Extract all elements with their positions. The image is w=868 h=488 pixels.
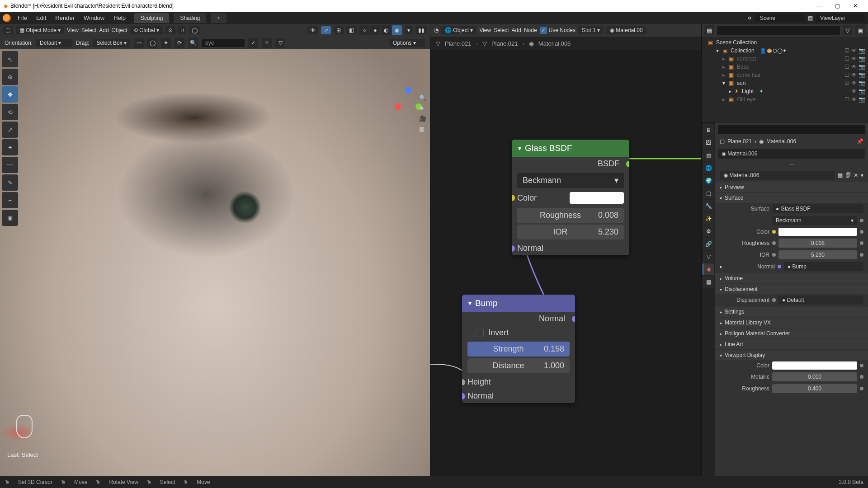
menu-help[interactable]: Help bbox=[109, 13, 130, 23]
tab-material-icon[interactable]: ◉ bbox=[703, 263, 714, 275]
workspace-tab-shading[interactable]: Shading bbox=[174, 13, 206, 23]
tab-render-icon[interactable]: 🖥 bbox=[703, 124, 714, 136]
viewport-menu-select[interactable]: Select bbox=[81, 27, 96, 33]
eye-icon[interactable]: 👁 bbox=[851, 47, 857, 54]
tool-scale[interactable]: ⤢ bbox=[2, 122, 18, 138]
navigation-gizmo[interactable] bbox=[395, 87, 422, 114]
outliner-item[interactable]: ▾▣Collection👤🐵⬡◯✦☑👁📷 bbox=[702, 47, 868, 55]
socket-strength[interactable]: Strength0.158 bbox=[467, 342, 570, 357]
tab-modifier-icon[interactable]: 🔧 bbox=[703, 200, 714, 212]
orientation-dropdown[interactable]: ⟲Global ▾ bbox=[130, 26, 163, 34]
outliner-root[interactable]: ▣Scene Collection bbox=[702, 38, 868, 47]
menu-window[interactable]: Window bbox=[80, 13, 108, 23]
viewport-menu-object[interactable]: Object bbox=[112, 27, 127, 33]
node-editor-type-icon[interactable]: ◔ bbox=[434, 27, 439, 33]
displacement-dropdown[interactable]: ● Default bbox=[778, 296, 863, 305]
tool-cursor[interactable]: ↖ bbox=[2, 51, 18, 67]
scene-field[interactable]: Scene bbox=[755, 14, 805, 22]
node-canvas[interactable]: ▾Glass BSDF BSDF Beckmann▾ Color Roughne… bbox=[430, 50, 701, 476]
tool-extra[interactable]: ▣ bbox=[2, 210, 18, 226]
node-object-dropdown[interactable]: 🌐 Object ▾ bbox=[441, 26, 476, 34]
tab-particles-icon[interactable]: ✨ bbox=[703, 213, 714, 225]
tool-measure[interactable]: ✎ bbox=[2, 174, 18, 191]
panel-lineart[interactable]: ▸Line Art bbox=[715, 339, 868, 349]
node-glass-bsdf[interactable]: ▾Glass BSDF BSDF Beckmann▾ Color Roughne… bbox=[512, 140, 629, 255]
distribution-dropdown[interactable]: Beckmann▾ bbox=[517, 173, 624, 188]
select-mode-4-icon[interactable]: ⟳ bbox=[175, 38, 184, 48]
properties-search-input[interactable] bbox=[718, 125, 865, 134]
material-slot-list[interactable]: ◉ Material.006 bbox=[718, 149, 865, 159]
filter-funnel-icon[interactable]: ▽ bbox=[275, 38, 285, 48]
node-menu-select[interactable]: Select bbox=[494, 27, 509, 33]
orientation-value-dropdown[interactable]: Default ▾ bbox=[36, 39, 72, 47]
outliner-search-input[interactable] bbox=[717, 26, 840, 35]
panel-volume[interactable]: ▸Volume bbox=[715, 273, 868, 283]
panel-displacement[interactable]: ▾Displacement bbox=[715, 284, 868, 294]
node-bump-header[interactable]: ▾Bump bbox=[462, 295, 575, 312]
tab-viewlayer-icon[interactable]: ▦ bbox=[703, 150, 714, 161]
outliner-item[interactable]: ▸▣curve hair☐👁📷 bbox=[702, 71, 868, 79]
tool-transform[interactable]: ✦ bbox=[2, 139, 18, 155]
options-dropdown[interactable]: Options ▾ bbox=[389, 39, 425, 47]
node-menu-view[interactable]: View bbox=[479, 27, 491, 33]
viewlayer-field[interactable]: ViewLayer bbox=[816, 14, 865, 22]
node-toggle-icon[interactable]: ▦ bbox=[838, 172, 843, 178]
outliner-new-collection-icon[interactable]: ▣ bbox=[855, 25, 865, 35]
node-bump[interactable]: ▾Bump Normal Invert Strength0.158 Distan… bbox=[462, 295, 575, 403]
last-operator-label[interactable]: Last: Select bbox=[7, 451, 38, 458]
workspace-tab-sculpting[interactable]: Sculpting bbox=[134, 13, 169, 23]
unlink-icon[interactable]: ✕ bbox=[854, 172, 858, 178]
editor-type-icon[interactable]: ⬚ bbox=[3, 26, 13, 34]
mode-dropdown[interactable]: ▦Object Mode ▾ bbox=[16, 26, 64, 34]
select-mode-3-icon[interactable]: ✦ bbox=[161, 38, 171, 48]
slot-drag-handle[interactable]: ⸺ bbox=[715, 161, 868, 168]
material-browse-dropdown[interactable]: ◉ Material.006 bbox=[720, 171, 835, 180]
tool-select[interactable]: ⊕ bbox=[2, 69, 18, 85]
panel-poliigon[interactable]: ▸Poliigon Material Converter bbox=[715, 328, 868, 338]
surface-shader-dropdown[interactable]: ● Glass BSDF bbox=[772, 204, 863, 213]
viewport-menu-view[interactable]: View bbox=[67, 27, 79, 33]
node-material-field[interactable]: ◉ Material.00 bbox=[606, 26, 646, 34]
outliner-display-icon[interactable]: ▤ bbox=[704, 25, 714, 35]
menu-edit[interactable]: Edit bbox=[32, 13, 50, 23]
breadcrumb-data[interactable]: Plane.021 bbox=[491, 40, 518, 47]
node-menu-node[interactable]: Node bbox=[524, 27, 537, 33]
outliner-item[interactable]: ▸▣concept☐👁📷 bbox=[702, 55, 868, 63]
socket-normal-in[interactable]: Normal bbox=[462, 389, 575, 403]
filter-options-icon[interactable]: ≡ bbox=[262, 38, 272, 48]
socket-roughness[interactable]: Roughness0.008 bbox=[517, 208, 624, 223]
shading-rendered-icon[interactable]: ◉ bbox=[392, 25, 402, 35]
outliner-item[interactable]: ▸▣Base☐👁📷 bbox=[702, 63, 868, 71]
workspace-tab-add[interactable]: + bbox=[211, 13, 226, 23]
move-view-icon[interactable]: ✥ bbox=[419, 105, 426, 112]
roughness-field[interactable]: 0.008 bbox=[778, 239, 857, 248]
viewport-canvas[interactable]: 🔍 ✥ 🎥 ▦ Last: Select bbox=[0, 49, 430, 476]
gizmo-x-axis-icon[interactable] bbox=[395, 103, 401, 110]
render-icon[interactable]: 📷 bbox=[859, 47, 865, 54]
shading-matprev-icon[interactable]: ◐ bbox=[381, 25, 391, 35]
panel-matlib[interactable]: ▸Material Library VX bbox=[715, 318, 868, 328]
viewport-roughness-field[interactable]: 0.400 bbox=[772, 384, 857, 393]
outliner-item[interactable]: ▸☀Light✦👁📷 bbox=[702, 87, 868, 95]
render-region-icon[interactable]: ▮▮ bbox=[415, 26, 427, 34]
select-mode-2-icon[interactable]: ◯ bbox=[147, 38, 157, 48]
use-nodes-checkbox[interactable]: ✓Use Nodes bbox=[540, 27, 576, 34]
window-maximize-button[interactable]: ▢ bbox=[828, 3, 846, 9]
panel-settings[interactable]: ▸Settings bbox=[715, 307, 868, 317]
tab-texture-icon[interactable]: ▦ bbox=[703, 276, 714, 288]
new-material-icon[interactable]: 🗐 bbox=[845, 172, 851, 178]
node-glass-header[interactable]: ▾Glass BSDF bbox=[512, 140, 629, 157]
overlay-toggle-icon[interactable]: ⊞ bbox=[334, 26, 344, 34]
tool-annotate[interactable]: 〰 bbox=[2, 157, 18, 173]
outliner-filter-icon[interactable]: ▽ bbox=[843, 25, 853, 35]
viewport-menu-add[interactable]: Add bbox=[99, 27, 108, 33]
window-minimize-button[interactable]: — bbox=[810, 3, 828, 9]
panel-preview[interactable]: ▸Preview bbox=[715, 182, 868, 192]
viewport-metallic-field[interactable]: 0.000 bbox=[772, 372, 857, 381]
panel-surface[interactable]: ▾Surface bbox=[715, 193, 868, 203]
socket-color[interactable]: Color bbox=[512, 190, 629, 206]
filter-confirm-icon[interactable]: ✓ bbox=[248, 38, 258, 48]
distribution-dropdown[interactable]: Beckmann ▾ bbox=[772, 216, 857, 225]
tab-object-icon[interactable]: ▢ bbox=[703, 188, 714, 199]
tool-move[interactable]: ✥ bbox=[2, 86, 18, 103]
